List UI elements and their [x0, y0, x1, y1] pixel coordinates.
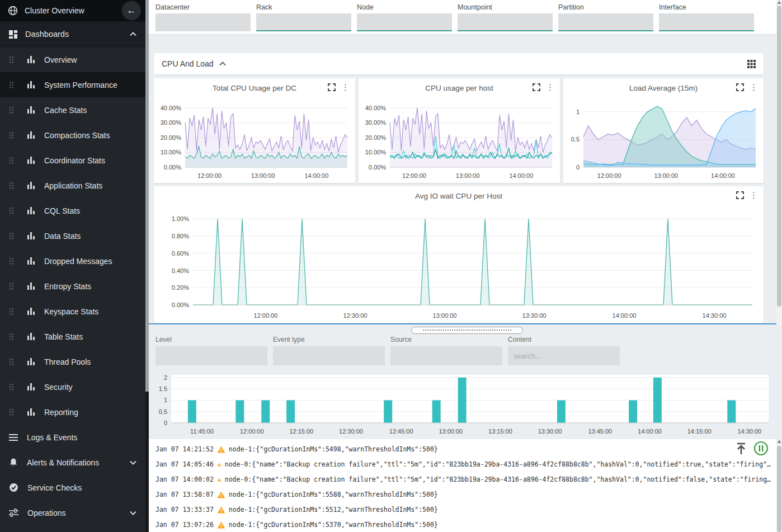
drag-handle-icon[interactable]	[9, 106, 14, 114]
log-timestamp: Jan 07 13:07:26	[156, 521, 214, 529]
pause-button[interactable]	[753, 441, 769, 456]
scroll-to-top-icon[interactable]	[736, 442, 747, 455]
drag-handle-icon[interactable]	[9, 157, 14, 164]
sidebar-item-cache-stats[interactable]: Cache Stats	[0, 97, 145, 123]
sidebar-item-alerts-notifications[interactable]: Alerts & Notifications	[0, 450, 145, 475]
sidebar-item-thread-pools[interactable]: Thread Pools	[0, 349, 145, 374]
log-message: node-0:{"name":"Backup creation failure"…	[225, 475, 771, 483]
sidebar-item-keyspace-stats[interactable]: Keyspace Stats	[0, 299, 145, 324]
bar-chart-icon	[27, 131, 35, 139]
sidebar-item-entropy-stats[interactable]: Entropy Stats	[0, 274, 145, 299]
main-scrollbar-thumb[interactable]	[777, 6, 781, 307]
sidebar-item-overview[interactable]: Overview	[0, 47, 145, 72]
log-line[interactable]: Jan 07 13:33:37node-1:{"gcDurationInMs":…	[156, 504, 771, 515]
log-line[interactable]: Jan 07 13:07:26node-1:{"gcDurationInMs":…	[156, 519, 771, 530]
level-input[interactable]	[156, 346, 267, 365]
chevron-down-icon	[130, 460, 136, 465]
sidebar-item-table-stats[interactable]: Table Stats	[0, 324, 145, 349]
rack-input[interactable]	[256, 13, 351, 31]
svg-text:12:15:00: 12:15:00	[289, 428, 313, 435]
sidebar-item-compactions-stats[interactable]: Compactions Stats	[0, 123, 145, 148]
scrollbar-up-arrow[interactable]	[777, 440, 781, 443]
partition-input[interactable]	[558, 13, 653, 31]
scrollbar-up-arrow[interactable]	[777, 1, 781, 4]
drag-handle-icon[interactable]	[9, 283, 14, 290]
fullscreen-icon[interactable]	[328, 83, 336, 91]
kebab-menu-icon[interactable]: ⋮	[750, 191, 758, 199]
sidebar-item-coordinator-stats[interactable]: Coordinator Stats	[0, 148, 145, 173]
log-message: node-0:{"name":"Backup creation failure"…	[225, 460, 771, 468]
sidebar-item-data-stats[interactable]: Data Stats	[0, 223, 145, 248]
log-scrollbar[interactable]	[776, 439, 782, 532]
sidebar-section-dashboards[interactable]: Dashboards	[0, 21, 145, 47]
log-line[interactable]: Jan 07 14:00:02node-0:{"name":"Backup cr…	[156, 474, 771, 485]
svg-text:0.60%: 0.60%	[172, 250, 189, 257]
bar-chart-icon	[27, 232, 35, 239]
drag-handle-icon[interactable]	[9, 182, 14, 189]
drag-handle-icon[interactable]	[9, 81, 14, 88]
sidebar-item-system-performance[interactable]: System Performance	[0, 72, 145, 97]
sidebar-collapse-button[interactable]: ←	[122, 1, 141, 20]
log-line[interactable]: Jan 07 14:05:46node-0:{"name":"Backup cr…	[156, 459, 771, 470]
section-collapse-icon[interactable]	[219, 62, 226, 66]
sidebar-item-reporting[interactable]: Reporting	[0, 399, 145, 425]
svg-text:12:30:00: 12:30:00	[339, 428, 363, 435]
svg-text:13:30:00: 13:30:00	[538, 428, 562, 435]
sidebar-item-label: Application Stats	[44, 181, 102, 190]
filter-content: Content	[508, 336, 620, 365]
drag-handle-icon[interactable]	[9, 383, 14, 390]
check-circle-icon	[9, 483, 18, 492]
svg-text:0.5: 0.5	[159, 408, 167, 415]
drag-handle-icon[interactable]	[9, 257, 14, 265]
sidebar-item-operations[interactable]: Operations	[0, 500, 145, 525]
bar-chart-icon	[27, 333, 35, 340]
drag-handle-icon[interactable]	[9, 358, 14, 365]
kebab-menu-icon[interactable]: ⋮	[750, 83, 758, 91]
log-timestamp: Jan 07 13:58:07	[156, 491, 214, 498]
sidebar-item-logs-events[interactable]: Logs & Events	[0, 425, 145, 450]
drag-handle-icon[interactable]	[9, 56, 14, 63]
interface-input[interactable]	[659, 13, 754, 31]
svg-text:14:30:00: 14:30:00	[737, 428, 761, 435]
svg-text:1: 1	[576, 109, 580, 115]
fullscreen-icon[interactable]	[736, 191, 744, 199]
svg-text:14:00:00: 14:00:00	[304, 172, 328, 179]
kebab-menu-icon[interactable]: ⋮	[546, 83, 554, 91]
drag-handle-icon[interactable]	[9, 232, 14, 239]
datacenter-input[interactable]	[156, 13, 251, 31]
log-line[interactable]: Jan 07 13:58:07node-1:{"gcDurationInMs":…	[156, 489, 771, 500]
drag-dots	[423, 329, 511, 331]
sidebar-item-label: Dropped Messages	[44, 257, 112, 266]
drag-handle-icon[interactable]	[9, 207, 14, 214]
filter-event-type: Event type	[273, 336, 385, 365]
event-type-input[interactable]	[273, 346, 385, 365]
drag-handle-icon[interactable]	[9, 408, 14, 416]
svg-text:1.00%: 1.00%	[172, 215, 189, 222]
log-scrollbar-thumb[interactable]	[777, 446, 781, 532]
dashboards-label: Dashboards	[25, 30, 130, 39]
svg-text:0.00%: 0.00%	[172, 302, 189, 308]
sidebar-item-application-stats[interactable]: Application Stats	[0, 173, 145, 198]
grid-view-icon[interactable]	[747, 60, 756, 68]
sidebar-item-service-checks[interactable]: Service Checks	[0, 475, 145, 500]
drag-handle-icon[interactable]	[9, 131, 14, 139]
fullscreen-icon[interactable]	[736, 83, 744, 91]
source-input[interactable]	[390, 346, 502, 365]
sidebar-item-cql-stats[interactable]: CQL Stats	[0, 198, 145, 223]
sidebar-item-security[interactable]: Security	[0, 374, 145, 399]
svg-text:13:30:00: 13:30:00	[522, 312, 547, 319]
log-line[interactable]: Jan 07 14:21:52node-1:{"gcDurationInMs":…	[156, 444, 771, 455]
content-search-input[interactable]	[508, 346, 620, 365]
svg-text:12:00:00: 12:00:00	[402, 172, 426, 179]
main-scrollbar[interactable]	[776, 0, 782, 324]
node-input[interactable]	[357, 13, 452, 31]
drag-handle-icon[interactable]	[9, 333, 14, 340]
drag-handle-icon[interactable]	[9, 308, 14, 315]
cluster-overview-header[interactable]: Cluster Overview ←	[0, 0, 145, 21]
sidebar-item-dropped-messages[interactable]: Dropped Messages	[0, 248, 145, 274]
fullscreen-icon[interactable]	[533, 83, 540, 91]
kebab-menu-icon[interactable]: ⋮	[341, 83, 350, 91]
mountpoint-input[interactable]	[458, 13, 553, 31]
sidebar-item-label: Cache Stats	[44, 106, 87, 115]
pane-resize-handle[interactable]	[411, 327, 523, 334]
